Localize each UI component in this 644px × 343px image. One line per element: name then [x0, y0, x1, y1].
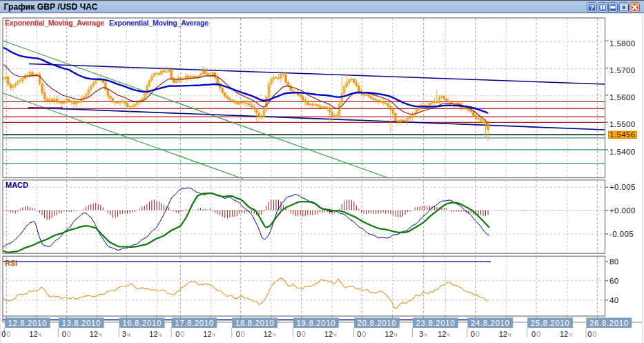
- svg-text:12: 12: [560, 330, 568, 338]
- svg-text:?: ?: [589, 3, 594, 12]
- svg-text:12: 12: [438, 330, 446, 338]
- svg-text:0: 0: [476, 330, 480, 338]
- svg-text:1.5600: 1.5600: [609, 93, 636, 101]
- svg-text:1.5456: 1.5456: [609, 130, 636, 139]
- svg-text:1.5500: 1.5500: [609, 120, 636, 128]
- svg-text:0: 0: [302, 330, 306, 338]
- svg-text:12: 12: [264, 330, 272, 338]
- svg-text:1.5400: 1.5400: [609, 148, 636, 156]
- svg-text:0: 0: [62, 330, 66, 338]
- svg-text:0: 0: [536, 330, 540, 338]
- svg-text:RSI: RSI: [5, 259, 17, 267]
- svg-text:ч: ч: [158, 331, 162, 338]
- svg-text:40: 40: [609, 296, 619, 304]
- svg-text:0: 0: [362, 330, 366, 338]
- svg-text:12: 12: [499, 330, 507, 338]
- svg-text:Exponential_Moving_Average: Exponential_Moving_Average: [109, 19, 208, 27]
- svg-text:0: 0: [175, 330, 179, 338]
- svg-text:0: 0: [6, 330, 10, 338]
- svg-text:Exponential_Moving_Average: Exponential_Moving_Average: [5, 19, 104, 27]
- svg-text:0: 0: [531, 330, 536, 338]
- svg-text:ч: ч: [508, 331, 511, 338]
- svg-text:-0.005: -0.005: [609, 230, 634, 238]
- svg-text:0: 0: [592, 330, 596, 338]
- svg-text:ч: ч: [569, 331, 572, 338]
- svg-text:19.8.2010: 19.8.2010: [297, 319, 336, 327]
- svg-text:16.8.2010: 16.8.2010: [122, 319, 162, 327]
- svg-text:0: 0: [357, 330, 361, 338]
- svg-text:12: 12: [149, 330, 157, 338]
- svg-text:ч: ч: [424, 331, 427, 338]
- svg-text:0: 0: [180, 330, 184, 338]
- svg-text:ч: ч: [447, 331, 450, 338]
- svg-text:0: 0: [241, 330, 245, 338]
- svg-text:+0.005: +0.005: [609, 183, 636, 191]
- svg-text:12: 12: [385, 330, 393, 338]
- svg-text:ч: ч: [273, 331, 276, 338]
- svg-text:25.8.2010: 25.8.2010: [531, 319, 570, 327]
- svg-text:ч: ч: [212, 331, 215, 338]
- svg-text:MACD: MACD: [6, 181, 28, 189]
- svg-text:60: 60: [609, 277, 619, 285]
- svg-text:23.8.2010: 23.8.2010: [416, 319, 456, 327]
- svg-text:ч: ч: [99, 331, 102, 338]
- svg-text:ч: ч: [394, 331, 398, 338]
- svg-text:12: 12: [90, 330, 98, 338]
- svg-text:+0.000: +0.000: [609, 206, 636, 215]
- svg-text:ч: ч: [127, 331, 130, 338]
- svg-text:18.8.2010: 18.8.2010: [235, 319, 275, 327]
- svg-text:3: 3: [122, 330, 126, 338]
- svg-text:80: 80: [609, 257, 619, 266]
- svg-text:17.8.2010: 17.8.2010: [175, 319, 214, 327]
- svg-text:ч: ч: [38, 331, 41, 338]
- svg-text:12.8.2010: 12.8.2010: [8, 319, 48, 327]
- svg-text:12: 12: [203, 330, 211, 338]
- svg-text:0: 0: [297, 330, 301, 338]
- svg-text:24.8.2010: 24.8.2010: [471, 319, 510, 327]
- svg-text:13.8.2010: 13.8.2010: [62, 319, 101, 327]
- svg-text:3: 3: [419, 330, 423, 338]
- svg-text:График GBP /USD ЧАС: График GBP /USD ЧАС: [4, 2, 98, 12]
- svg-text:1.5800: 1.5800: [609, 39, 636, 48]
- svg-text:0: 0: [1, 330, 6, 338]
- svg-text:1.5700: 1.5700: [609, 66, 636, 75]
- svg-text:12: 12: [324, 330, 333, 338]
- svg-text:12: 12: [29, 330, 37, 338]
- svg-text:0: 0: [587, 330, 592, 338]
- svg-text:0: 0: [236, 330, 240, 338]
- svg-text:0: 0: [67, 330, 71, 338]
- svg-text:26.8.2010: 26.8.2010: [589, 319, 629, 327]
- svg-text:0: 0: [471, 330, 475, 338]
- svg-text:20.8.2010: 20.8.2010: [358, 319, 397, 327]
- svg-text:ч: ч: [333, 331, 337, 338]
